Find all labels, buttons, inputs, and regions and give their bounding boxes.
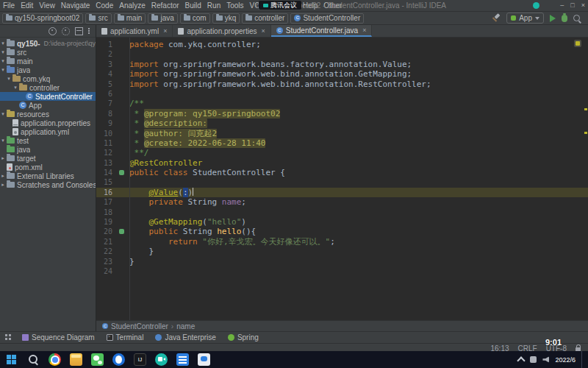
code-line[interactable]: 17 private String name; <box>96 197 588 207</box>
close-tab-icon[interactable]: × <box>163 27 167 35</box>
settings-gear-icon[interactable] <box>62 27 70 35</box>
run-config-select[interactable]: App <box>506 13 544 24</box>
tree-item-main[interactable]: ▾main <box>0 57 96 66</box>
menu-navigate[interactable]: Navigate <box>58 1 93 10</box>
code-line[interactable]: 3import org.springframework.beans.factor… <box>96 60 588 69</box>
volume-icon[interactable] <box>542 356 549 363</box>
more-options-icon[interactable] <box>88 28 90 35</box>
tree-item-controller[interactable]: ▾controller <box>0 83 96 92</box>
debug-button[interactable] <box>562 15 567 22</box>
qq-icon[interactable] <box>112 353 125 366</box>
code-line[interactable]: 13@RestController <box>96 158 588 168</box>
code-line[interactable]: 2 <box>96 49 588 59</box>
crumb-studentcontroller[interactable]: StudentController <box>290 13 364 24</box>
build-hammer-icon[interactable] <box>492 14 501 22</box>
crumb-qy150-springboot02[interactable]: qy150-springboot02 <box>2 13 83 24</box>
tree-item-src[interactable]: ▾src <box>0 48 96 57</box>
tree-item-application-yml[interactable]: application.yml <box>0 127 96 136</box>
search-icon[interactable] <box>573 15 580 21</box>
menu-tools[interactable]: Tools <box>223 1 246 10</box>
tree-item-qy150-springboot02[interactable]: ▾qy150-springboot02 D:\idea-project\qy <box>0 39 96 48</box>
menu-file[interactable]: File <box>0 1 18 10</box>
toolwindow-switcher-icon[interactable] <box>5 334 12 341</box>
code-line[interactable]: 21 return "你好,辛戈宏。今天好像还可以。"; <box>96 237 588 247</box>
code-line[interactable]: 8 * @program: qy150-springboot02 <box>96 109 588 118</box>
tab-studentcontroller-java[interactable]: StudentController.java× <box>271 25 373 37</box>
warning-stripe-mark[interactable] <box>584 108 587 110</box>
menu-code[interactable]: Code <box>93 1 116 10</box>
crumb-ykq[interactable]: ykq <box>212 13 240 24</box>
menu-build[interactable]: Build <box>182 1 204 10</box>
tree-item-application-properties[interactable]: application.properties <box>0 118 96 127</box>
code-line[interactable]: 9 * @description: <box>96 118 588 128</box>
tree-item-scratches-and-consoles[interactable]: ▸Scratches and Consoles <box>0 180 96 189</box>
tree-item-external-libraries[interactable]: ▸External Libraries <box>0 171 96 180</box>
search-icon[interactable] <box>27 353 40 366</box>
code-line[interactable]: 14public class StudentController { <box>96 168 588 177</box>
menu-edit[interactable]: Edit <box>18 1 36 10</box>
chat-icon[interactable] <box>198 353 210 366</box>
tray-expand-icon[interactable] <box>517 356 526 364</box>
breadcrumb-item-member[interactable]: name <box>176 322 195 330</box>
tree-item-java[interactable]: java <box>0 145 96 154</box>
code-line[interactable]: 4import org.springframework.web.bind.ann… <box>96 69 588 79</box>
taskbar-clock[interactable]: 2022/6 <box>555 356 576 364</box>
spring-bean-icon[interactable] <box>119 229 124 234</box>
menu-analyze[interactable]: Analyze <box>116 1 148 10</box>
code-line[interactable]: 19 @GetMapping("hello") <box>96 217 588 227</box>
meeting-indicator-icon[interactable] <box>533 2 539 9</box>
locate-file-icon[interactable] <box>49 27 57 35</box>
run-button[interactable] <box>550 15 556 22</box>
tree-item-com-ykq[interactable]: ▾com.ykq <box>0 74 96 83</box>
crumb-main[interactable]: main <box>114 13 146 24</box>
maximize-icon[interactable]: □ <box>570 0 574 11</box>
code-line[interactable]: 11 * @create: 2022-06-28 11:40 <box>96 138 588 148</box>
warning-stripe-mark[interactable] <box>584 132 587 134</box>
minimize-icon[interactable]: – <box>560 0 564 11</box>
close-tab-icon[interactable]: × <box>362 26 366 34</box>
tree-item-test[interactable]: ▾test <box>0 136 96 145</box>
code-line[interactable]: 20 public String hello(){ <box>96 227 588 236</box>
code-line[interactable]: 1package com.ykq.controller; <box>96 40 588 49</box>
tree-item-studentcontroller[interactable]: StudentController <box>0 92 96 101</box>
code-editor[interactable]: 1package com.ykq.controller;23import org… <box>96 38 588 320</box>
intellij-icon[interactable] <box>134 353 146 366</box>
collapse-all-icon[interactable] <box>75 27 83 35</box>
crumb-controller[interactable]: controller <box>242 13 288 24</box>
code-line[interactable]: 24 <box>96 266 588 276</box>
tree-item-pom-xml[interactable]: pom.xml <box>0 163 96 171</box>
menu-other[interactable]: Other <box>320 1 345 10</box>
menu-help[interactable]: Help <box>300 1 321 10</box>
chrome-icon[interactable] <box>49 353 61 366</box>
code-line[interactable]: 15 <box>96 177 588 187</box>
crumb-java[interactable]: java <box>148 13 177 24</box>
tree-item-target[interactable]: ▸target <box>0 154 96 163</box>
meeting-overlay-badge[interactable]: 腾讯会议 <box>259 1 301 10</box>
docs-icon[interactable] <box>176 353 189 366</box>
tab-application-yml[interactable]: application.yml× <box>96 25 173 37</box>
wechat-icon[interactable] <box>91 353 104 366</box>
crumb-src[interactable]: src <box>85 13 111 24</box>
code-line[interactable]: 12 **/ <box>96 148 588 158</box>
code-line[interactable]: 16 @Value(:) <box>96 188 588 197</box>
code-line[interactable]: 18 <box>96 208 588 217</box>
tree-item-java[interactable]: ▾java <box>0 66 96 74</box>
code-line[interactable]: 22 } <box>96 247 588 256</box>
menu-refactor[interactable]: Refactor <box>148 1 182 10</box>
tree-item-resources[interactable]: ▾resources <box>0 110 96 118</box>
inspection-indicator[interactable] <box>574 40 581 47</box>
code-line[interactable]: 10 * @author: 闫克起2 <box>96 129 588 138</box>
breadcrumb-item-class[interactable]: StudentController <box>111 322 168 330</box>
spring-bean-icon[interactable] <box>119 170 124 175</box>
show-desktop-button[interactable] <box>581 351 585 368</box>
close-tab-icon[interactable]: × <box>261 27 265 35</box>
toolwindow-spring[interactable]: Spring <box>228 333 259 342</box>
menu-view[interactable]: View <box>36 1 58 10</box>
code-line[interactable]: 6 <box>96 89 588 99</box>
explorer-icon[interactable] <box>70 353 82 366</box>
tree-item-app[interactable]: App <box>0 101 96 110</box>
code-line[interactable]: 23} <box>96 257 588 266</box>
meeting-icon[interactable] <box>155 353 168 366</box>
menu-run[interactable]: Run <box>204 1 223 10</box>
toolwindow-terminal[interactable]: Terminal <box>107 333 144 342</box>
